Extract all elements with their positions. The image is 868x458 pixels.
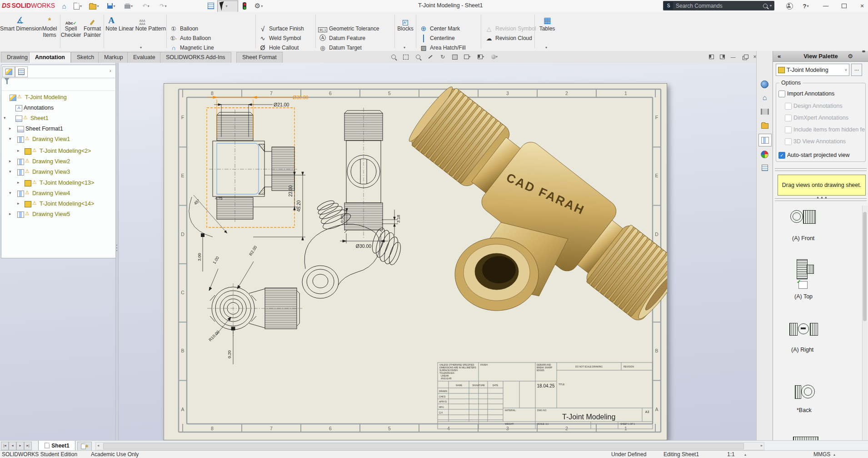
expand-arrow-icon[interactable]: ▸ xyxy=(17,201,20,206)
home-button[interactable]: ⌂ xyxy=(59,1,69,10)
units-caret-icon[interactable]: ▴ xyxy=(833,453,835,457)
sheet1-tab[interactable]: Sheet1 xyxy=(38,441,75,451)
property-tab[interactable] xyxy=(15,66,28,77)
blocks-expand-caret[interactable]: ▾ xyxy=(404,45,405,50)
dimxpert-annotations-checkbox[interactable] xyxy=(785,115,792,121)
dimension-label[interactable]: 4.75 xyxy=(215,196,223,201)
view-settings-icon[interactable]: ▾ xyxy=(490,53,499,61)
undo-button[interactable]: ↶▾ xyxy=(141,1,151,10)
tree-item-drawing-view5[interactable]: ▸ ⚠ Drawing View5 xyxy=(1,210,116,219)
tree-item-part-ref-13[interactable]: ▸ ⚠ T-Joint Modeling<13> xyxy=(1,179,116,187)
tab-sheet-format[interactable]: Sheet Format xyxy=(236,52,283,63)
tree-item-part-ref-14[interactable]: ▸ ⚠ T-Joint Modeling<14> xyxy=(1,200,116,208)
selection-toggle-icon[interactable] xyxy=(239,1,249,10)
select-cursor-icon[interactable]: ▾ xyxy=(219,1,229,10)
3d-view-annotations-checkbox[interactable] xyxy=(785,138,792,145)
palette-scroll-thumb[interactable] xyxy=(863,212,867,321)
3d-content-central-icon[interactable] xyxy=(758,78,771,90)
dimension-label[interactable]: 45.20 xyxy=(296,200,301,211)
next-sheet-button[interactable]: ▸ xyxy=(16,442,24,450)
zoom-in-out-icon[interactable] xyxy=(414,53,423,61)
tab-evaluate[interactable]: Evaluate xyxy=(127,52,161,63)
panel-splitter[interactable] xyxy=(115,63,119,440)
close-button[interactable]: × xyxy=(857,1,867,10)
horizontal-scroll-thumb[interactable] xyxy=(103,443,744,449)
expand-arrow-icon[interactable]: ▸ xyxy=(17,148,20,153)
resize-grip-dots[interactable]: ▲▲▲ xyxy=(816,196,828,199)
import-annotations-checkbox[interactable] xyxy=(778,91,785,97)
expand-arrow-icon[interactable]: ▸ xyxy=(9,159,11,163)
zoom-to-fit-icon[interactable] xyxy=(389,53,398,61)
spell-checker-button[interactable]: Abc✓ SpellChecker xyxy=(60,14,81,38)
new-document-button[interactable]: ▾ xyxy=(73,1,83,10)
collapse-arrow-icon[interactable]: ▾ xyxy=(9,169,11,174)
tree-item-drawing-view2[interactable]: ▸ ⚠ Drawing View2 xyxy=(1,157,116,166)
print-button[interactable]: ▾ xyxy=(124,1,134,10)
tree-item-sheet1[interactable]: ▾ ⚠ Sheet1 xyxy=(1,114,116,123)
scale-caret-icon[interactable]: ▴ xyxy=(744,453,746,457)
help-button[interactable]: ?▾ xyxy=(801,1,811,10)
sheet-scale-selector[interactable]: 1:1 xyxy=(727,451,735,458)
dock-pane-right-icon[interactable] xyxy=(718,54,726,60)
tree-item-drawing-view3[interactable]: ▾ ⚠ Drawing View3 xyxy=(1,168,116,176)
expand-panel-chevron[interactable]: › xyxy=(110,68,111,73)
last-sheet-button[interactable]: ▸| xyxy=(24,442,32,450)
section-view-icon[interactable] xyxy=(426,53,435,61)
weld-symbol-button[interactable]: ∿Weld Symbol xyxy=(258,34,301,43)
units-selector[interactable]: MMGS xyxy=(813,451,830,458)
appearances-scenes-icon[interactable] xyxy=(758,148,771,160)
collapse-arrow-icon[interactable]: ▾ xyxy=(9,191,11,195)
search-commands-box[interactable]: S Search Commands ▾ xyxy=(663,1,774,10)
collapse-arrow-icon[interactable]: ▾ xyxy=(4,116,6,120)
redo-button[interactable]: ↷▾ xyxy=(158,1,168,10)
tables-button[interactable]: ▦ Tables xyxy=(536,14,558,32)
auto-balloon-button[interactable]: ①*Auto Balloon xyxy=(169,34,211,43)
custom-properties-icon[interactable] xyxy=(758,162,771,174)
surface-finish-button[interactable]: √Surface Finish xyxy=(258,24,304,33)
revision-cloud-button[interactable]: ☁Revision Cloud xyxy=(484,34,532,43)
tree-item-part-ref-2[interactable]: ▸ ⚠ T-Joint Modeling<2> xyxy=(1,147,116,156)
scroll-right-arrow[interactable]: ▸ xyxy=(761,443,763,448)
view-palette-pane-icon[interactable] xyxy=(758,134,772,146)
center-mark-button[interactable]: ⊕Center Mark xyxy=(419,24,460,33)
drawing-sheet[interactable]: 8877665544332211FFEEDDCCBBAA xyxy=(164,83,667,440)
file-explorer-icon[interactable] xyxy=(758,119,771,131)
horizontal-scrollbar[interactable]: ◂ ▸ xyxy=(95,442,764,450)
model-items-button[interactable]: * ModelItems xyxy=(40,14,59,38)
palette-scrollbar[interactable] xyxy=(862,206,868,450)
doc-minimize-icon[interactable]: — xyxy=(729,54,737,60)
dimension-label[interactable]: 0.20 xyxy=(227,350,232,358)
add-sheet-tab[interactable]: ✱ xyxy=(77,442,92,451)
view-orientation-icon[interactable]: ▾ xyxy=(463,53,472,61)
home-pane-icon[interactable]: ⌂ xyxy=(758,92,771,104)
tree-item-sheet-format1[interactable]: ▸ Sheet Format1 xyxy=(1,125,116,133)
note-button[interactable]: A Note xyxy=(104,14,119,32)
tree-item-annotations[interactable]: A Annotations xyxy=(1,104,116,112)
dimension-label[interactable]: 23.00 xyxy=(288,185,293,196)
dimension-label[interactable]: Ø30.00 xyxy=(356,243,372,249)
expand-arrow-icon[interactable]: ▸ xyxy=(9,211,11,216)
dock-pane-left-icon[interactable] xyxy=(707,54,715,60)
linear-note-pattern-button[interactable]: AAAAAA Linear Note Pattern xyxy=(119,14,166,32)
save-button[interactable]: ▾ xyxy=(106,1,116,10)
browse-button[interactable]: ... xyxy=(851,64,862,76)
tree-item-drawing-view1[interactable]: ▾ ⚠ Drawing View1 xyxy=(1,135,116,144)
design-library-icon[interactable] xyxy=(758,106,771,117)
datum-feature-button[interactable]: ⒶDatum Feature xyxy=(318,34,365,43)
tab-solidworks-add-ins[interactable]: SOLIDWORKS Add-Ins xyxy=(160,52,231,63)
thumbnail-right-view[interactable] xyxy=(789,323,818,335)
geometric-tolerance-button[interactable]: ⊕|.1Geometric Tolerance xyxy=(318,24,379,33)
collapse-arrow-icon[interactable]: ▾ xyxy=(9,136,11,141)
zoom-to-area-icon[interactable] xyxy=(401,53,410,61)
dimension-label[interactable]: Ø30.00 xyxy=(293,95,309,100)
document-selector-dropdown[interactable]: T-Joint Modeling ˅ xyxy=(776,64,849,76)
display-style-icon[interactable]: ▾ xyxy=(476,53,485,61)
format-painter-button[interactable]: FormatPainter xyxy=(81,14,103,38)
balloon-button[interactable]: ①Balloon xyxy=(169,24,198,33)
design-annotations-checkbox[interactable] xyxy=(785,103,792,110)
sketch-grid-icon[interactable] xyxy=(450,53,459,61)
minimize-button[interactable]: — xyxy=(821,1,831,10)
scroll-left-arrow[interactable]: ◂ xyxy=(97,443,99,448)
rotate-view-icon[interactable]: ↻ xyxy=(438,53,447,61)
centerline-button[interactable]: Centerline xyxy=(419,34,455,43)
